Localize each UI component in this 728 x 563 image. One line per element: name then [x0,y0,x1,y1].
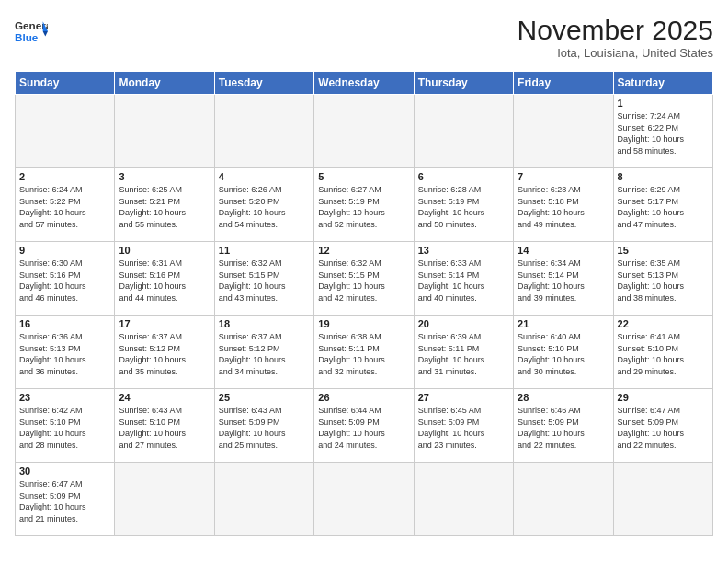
day-cell: 5Sunrise: 6:27 AM Sunset: 5:19 PM Daylig… [314,168,414,242]
day-info: Sunrise: 6:27 AM Sunset: 5:19 PM Dayligh… [318,184,409,230]
day-cell: 12Sunrise: 6:32 AM Sunset: 5:15 PM Dayli… [314,242,414,316]
day-number: 13 [418,245,509,256]
day-cell: 1Sunrise: 7:24 AM Sunset: 6:22 PM Daylig… [613,95,712,168]
day-cell: 19Sunrise: 6:38 AM Sunset: 5:11 PM Dayli… [314,316,414,389]
week-row-3: 16Sunrise: 6:36 AM Sunset: 5:13 PM Dayli… [16,316,713,389]
day-number: 20 [418,318,509,329]
day-cell: 16Sunrise: 6:36 AM Sunset: 5:13 PM Dayli… [16,316,115,389]
week-row-2: 9Sunrise: 6:30 AM Sunset: 5:16 PM Daylig… [16,242,713,316]
day-cell: 25Sunrise: 6:43 AM Sunset: 5:09 PM Dayli… [214,389,313,463]
day-number: 3 [119,171,210,182]
day-info: Sunrise: 6:47 AM Sunset: 5:09 PM Dayligh… [618,405,709,451]
day-info: Sunrise: 6:43 AM Sunset: 5:10 PM Dayligh… [119,405,210,451]
day-number: 1 [618,98,709,109]
day-header-sunday: Sunday [16,72,115,95]
day-info: Sunrise: 6:47 AM Sunset: 5:09 PM Dayligh… [19,478,110,524]
day-info: Sunrise: 6:42 AM Sunset: 5:10 PM Dayligh… [19,405,110,451]
day-info: Sunrise: 6:37 AM Sunset: 5:12 PM Dayligh… [119,331,210,377]
day-cell: 14Sunrise: 6:34 AM Sunset: 5:14 PM Dayli… [514,242,613,316]
day-info: Sunrise: 6:24 AM Sunset: 5:22 PM Dayligh… [19,184,110,230]
day-cell [214,463,313,536]
day-cell: 9Sunrise: 6:30 AM Sunset: 5:16 PM Daylig… [16,242,115,316]
day-header-saturday: Saturday [613,72,712,95]
day-info: Sunrise: 6:34 AM Sunset: 5:14 PM Dayligh… [518,258,609,304]
day-cell [613,463,712,536]
day-number: 6 [418,171,509,182]
day-info: Sunrise: 6:35 AM Sunset: 5:13 PM Dayligh… [618,258,709,304]
day-cell [514,95,613,168]
page-header: General Blue November 2025 Iota, Louisia… [15,15,713,60]
day-number: 16 [19,318,110,329]
day-cell: 7Sunrise: 6:28 AM Sunset: 5:18 PM Daylig… [514,168,613,242]
day-info: Sunrise: 6:45 AM Sunset: 5:09 PM Dayligh… [418,405,509,451]
calendar-body: 1Sunrise: 7:24 AM Sunset: 6:22 PM Daylig… [16,95,713,536]
day-cell: 13Sunrise: 6:33 AM Sunset: 5:14 PM Dayli… [414,242,513,316]
day-header-tuesday: Tuesday [214,72,313,95]
week-row-0: 1Sunrise: 7:24 AM Sunset: 6:22 PM Daylig… [16,95,713,168]
day-number: 5 [318,171,409,182]
day-cell [314,95,414,168]
day-header-wednesday: Wednesday [314,72,414,95]
day-cell [115,95,214,168]
day-number: 15 [618,245,709,256]
day-number: 8 [618,171,709,182]
day-info: Sunrise: 6:28 AM Sunset: 5:19 PM Dayligh… [418,184,509,230]
day-number: 18 [219,318,310,329]
day-number: 7 [518,171,609,182]
day-info: Sunrise: 6:46 AM Sunset: 5:09 PM Dayligh… [518,405,609,451]
logo: General Blue [15,15,48,48]
day-cell: 21Sunrise: 6:40 AM Sunset: 5:10 PM Dayli… [514,316,613,389]
day-cell [414,95,513,168]
day-info: Sunrise: 6:26 AM Sunset: 5:20 PM Dayligh… [219,184,310,230]
day-number: 23 [19,392,110,403]
day-number: 4 [219,171,310,182]
week-row-5: 30Sunrise: 6:47 AM Sunset: 5:09 PM Dayli… [16,463,713,536]
day-number: 12 [318,245,409,256]
day-cell: 24Sunrise: 6:43 AM Sunset: 5:10 PM Dayli… [115,389,214,463]
day-cell: 27Sunrise: 6:45 AM Sunset: 5:09 PM Dayli… [414,389,513,463]
day-number: 17 [119,318,210,329]
day-cell: 28Sunrise: 6:46 AM Sunset: 5:09 PM Dayli… [514,389,613,463]
day-cell: 23Sunrise: 6:42 AM Sunset: 5:10 PM Dayli… [16,389,115,463]
svg-marker-3 [43,31,48,36]
day-number: 10 [119,245,210,256]
day-number: 26 [318,392,409,403]
day-cell: 10Sunrise: 6:31 AM Sunset: 5:16 PM Dayli… [115,242,214,316]
day-number: 24 [119,392,210,403]
day-info: Sunrise: 6:31 AM Sunset: 5:16 PM Dayligh… [119,258,210,304]
day-info: Sunrise: 7:24 AM Sunset: 6:22 PM Dayligh… [618,110,709,156]
day-info: Sunrise: 6:28 AM Sunset: 5:18 PM Dayligh… [518,184,609,230]
logo-icon: General Blue [15,15,48,48]
day-number: 27 [418,392,509,403]
day-number: 25 [219,392,310,403]
day-cell: 26Sunrise: 6:44 AM Sunset: 5:09 PM Dayli… [314,389,414,463]
day-info: Sunrise: 6:32 AM Sunset: 5:15 PM Dayligh… [219,258,310,304]
day-cell: 22Sunrise: 6:41 AM Sunset: 5:10 PM Dayli… [613,316,712,389]
day-info: Sunrise: 6:36 AM Sunset: 5:13 PM Dayligh… [19,331,110,377]
day-cell: 4Sunrise: 6:26 AM Sunset: 5:20 PM Daylig… [214,168,313,242]
day-cell [514,463,613,536]
day-number: 29 [618,392,709,403]
day-number: 21 [518,318,609,329]
day-cell: 15Sunrise: 6:35 AM Sunset: 5:13 PM Dayli… [613,242,712,316]
day-cell: 30Sunrise: 6:47 AM Sunset: 5:09 PM Dayli… [16,463,115,536]
day-info: Sunrise: 6:40 AM Sunset: 5:10 PM Dayligh… [518,331,609,377]
day-number: 9 [19,245,110,256]
month-title: November 2025 [518,15,713,46]
day-cell: 18Sunrise: 6:37 AM Sunset: 5:12 PM Dayli… [214,316,313,389]
day-info: Sunrise: 6:44 AM Sunset: 5:09 PM Dayligh… [318,405,409,451]
day-header-monday: Monday [115,72,214,95]
day-number: 30 [19,465,110,477]
day-info: Sunrise: 6:30 AM Sunset: 5:16 PM Dayligh… [19,258,110,304]
day-cell [214,95,313,168]
day-cell [115,463,214,536]
day-info: Sunrise: 6:29 AM Sunset: 5:17 PM Dayligh… [618,184,709,230]
title-block: November 2025 Iota, Louisiana, United St… [518,15,713,60]
day-cell [16,95,115,168]
svg-text:Blue: Blue [15,31,39,43]
day-info: Sunrise: 6:43 AM Sunset: 5:09 PM Dayligh… [219,405,310,451]
day-number: 28 [518,392,609,403]
day-cell: 6Sunrise: 6:28 AM Sunset: 5:19 PM Daylig… [414,168,513,242]
day-cell: 11Sunrise: 6:32 AM Sunset: 5:15 PM Dayli… [214,242,313,316]
location: Iota, Louisiana, United States [518,46,713,60]
